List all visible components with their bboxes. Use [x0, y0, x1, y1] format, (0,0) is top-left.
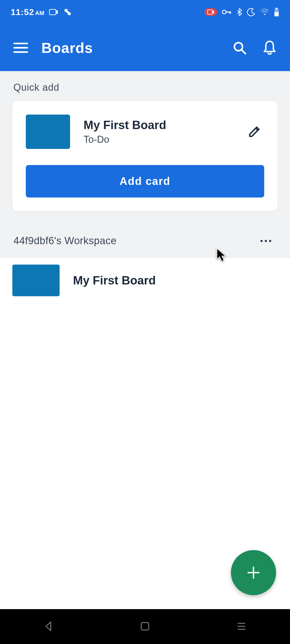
- search-button[interactable]: [233, 41, 247, 55]
- board-list-item[interactable]: My First Board: [0, 257, 290, 303]
- menu-icon[interactable]: [13, 43, 28, 53]
- more-dot-icon: [269, 240, 271, 242]
- recent-icon: [236, 622, 247, 631]
- svg-rect-4: [208, 10, 212, 14]
- vpn-key-icon: [222, 9, 231, 15]
- board-thumbnail: [26, 115, 70, 149]
- quick-add-list-name: To-Do: [84, 134, 231, 145]
- wifi-icon: [260, 9, 269, 16]
- quick-add-label: Quick add: [0, 71, 290, 101]
- plus-icon: [245, 565, 262, 581]
- nav-back-button[interactable]: [27, 616, 70, 638]
- nav-recent-button[interactable]: [220, 616, 263, 637]
- home-icon: [140, 621, 150, 631]
- status-right: [205, 8, 279, 16]
- more-dot-icon: [260, 240, 263, 242]
- fab-add-button[interactable]: [231, 550, 276, 595]
- moon-dnd-icon: [247, 8, 256, 16]
- nav-home-button[interactable]: [124, 616, 166, 637]
- network-icon: [63, 8, 72, 16]
- search-icon: [233, 41, 247, 55]
- battery-icon: [274, 8, 279, 16]
- edit-button[interactable]: [244, 122, 264, 142]
- notifications-button[interactable]: [263, 40, 277, 55]
- workspace-name: 44f9dbf6's Workspace: [13, 235, 255, 247]
- clock-hours: 11:52: [11, 7, 34, 17]
- clock-ampm: AM: [35, 10, 44, 16]
- bell-icon: [263, 40, 277, 55]
- workspace-more-button[interactable]: [255, 237, 277, 245]
- pencil-icon: [247, 125, 262, 139]
- system-nav-bar: [0, 609, 290, 644]
- quick-add-board-title: My First Board: [84, 118, 231, 132]
- main-content: Quick add My First Board To-Do Add card …: [0, 71, 290, 634]
- svg-rect-11: [274, 12, 279, 16]
- status-time: 11:52AM: [11, 7, 44, 17]
- quick-add-text: My First Board To-Do: [84, 118, 231, 145]
- svg-rect-7: [230, 12, 231, 14]
- status-left: 11:52AM: [11, 7, 72, 17]
- svg-point-5: [222, 10, 226, 14]
- app-bar-actions: [233, 40, 277, 55]
- svg-rect-9: [276, 8, 278, 9]
- page-title: Boards: [41, 39, 219, 56]
- back-icon: [43, 621, 54, 632]
- status-bar: 11:52AM: [0, 0, 290, 24]
- quick-add-card: My First Board To-Do Add card: [12, 101, 278, 211]
- svg-point-8: [264, 13, 266, 15]
- board-list-title: My First Board: [73, 274, 156, 287]
- bluetooth-icon: [236, 8, 242, 16]
- svg-line-13: [242, 50, 245, 54]
- board-thumbnail: [12, 265, 60, 296]
- svg-rect-17: [141, 623, 149, 630]
- app-bar: Boards: [0, 24, 290, 71]
- more-dot-icon: [265, 240, 267, 242]
- workspace-header: 44f9dbf6's Workspace: [0, 211, 290, 257]
- quick-add-row[interactable]: My First Board To-Do: [26, 115, 264, 149]
- recording-badge-icon: [205, 8, 217, 16]
- svg-rect-0: [49, 9, 56, 15]
- add-card-button[interactable]: Add card: [26, 165, 264, 197]
- video-call-icon: [49, 9, 58, 16]
